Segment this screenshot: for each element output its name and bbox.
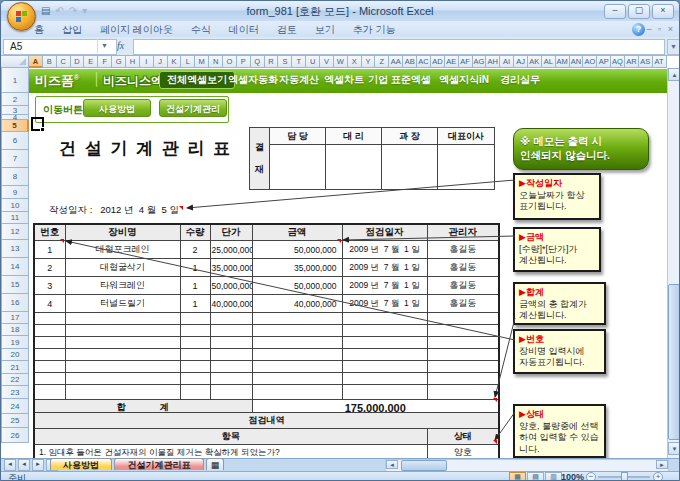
column-header[interactable]: C xyxy=(57,55,71,68)
row-header[interactable]: 11 xyxy=(1,212,29,224)
help-icon[interactable]: ? xyxy=(632,23,645,36)
table-cell[interactable]: 3 xyxy=(34,277,65,295)
table-cell[interactable]: 1 xyxy=(180,295,210,313)
row-header[interactable]: 7 xyxy=(1,150,29,168)
ribbon-tab[interactable]: 검토 xyxy=(268,21,306,37)
approval-sign-cell[interactable] xyxy=(438,145,495,190)
table-cell[interactable] xyxy=(210,349,252,361)
prev-sheet-icon[interactable]: ◄ xyxy=(18,459,30,471)
table-cell[interactable]: 25,000,000 xyxy=(210,241,252,259)
column-header[interactable]: AH xyxy=(486,55,500,68)
column-header[interactable]: AG xyxy=(473,55,487,68)
table-cell[interactable] xyxy=(180,325,210,337)
table-cell[interactable]: 타워크레인 xyxy=(65,277,180,295)
column-header[interactable]: T xyxy=(292,55,306,68)
table-cell[interactable] xyxy=(65,325,180,337)
vertical-scrollbar[interactable]: ▲ ▼ xyxy=(667,68,680,458)
column-header[interactable]: AT xyxy=(653,55,667,68)
column-header[interactable]: AC xyxy=(417,55,431,68)
first-sheet-icon[interactable]: ◄ xyxy=(4,459,16,471)
column-header[interactable]: I xyxy=(140,55,154,68)
table-cell[interactable] xyxy=(342,385,427,400)
column-header[interactable]: AF xyxy=(459,55,473,68)
column-header[interactable]: J xyxy=(154,55,168,68)
column-header[interactable]: L xyxy=(181,55,195,68)
formula-bar-expand-icon[interactable]: ▼ xyxy=(667,39,680,55)
table-cell[interactable] xyxy=(427,313,499,325)
zoom-out-icon[interactable]: − xyxy=(586,472,596,481)
table-cell[interactable] xyxy=(65,385,180,400)
table-cell[interactable]: 홍길동 xyxy=(427,241,499,259)
scroll-down-icon[interactable]: ▼ xyxy=(668,442,680,455)
column-header[interactable]: Z xyxy=(375,55,389,68)
table-cell[interactable]: 홍길동 xyxy=(427,259,499,277)
memo-banner[interactable]: ※ 메모는 출력 시 인쇄되지 않습니다. xyxy=(513,128,649,170)
column-header[interactable]: R xyxy=(265,55,279,68)
table-cell[interactable] xyxy=(34,373,65,385)
office-button[interactable] xyxy=(7,2,36,31)
table-cell[interactable] xyxy=(342,325,427,337)
table-cell[interactable] xyxy=(180,349,210,361)
column-header[interactable]: W xyxy=(334,55,348,68)
column-header[interactable]: AA xyxy=(389,55,403,68)
name-box-dropdown-icon[interactable]: ▼ xyxy=(97,39,111,53)
table-cell[interactable] xyxy=(34,337,65,349)
insert-function-icon[interactable]: fx xyxy=(117,40,124,51)
column-header[interactable]: A xyxy=(29,55,43,68)
table-cell[interactable]: 35,000,000 xyxy=(252,259,342,277)
table-cell[interactable] xyxy=(210,325,252,337)
vertical-scroll-thumb[interactable] xyxy=(668,284,680,440)
table-cell[interactable]: 4 xyxy=(34,295,65,313)
table-cell[interactable]: 2009 년 7 월 1 일 xyxy=(342,295,427,313)
active-cell-A5[interactable] xyxy=(31,117,44,131)
approval-sign-cell[interactable] xyxy=(270,145,326,190)
approval-sign-cell[interactable] xyxy=(326,145,382,190)
column-header[interactable]: O xyxy=(223,55,237,68)
table-cell[interactable] xyxy=(65,349,180,361)
inspection-item-text[interactable]: 1. 임대후 들어온 건설자재의 이물질 제거는 확실하게 되었는가? xyxy=(34,445,427,459)
page-layout-view-icon[interactable]: ▤ xyxy=(527,472,544,481)
column-header[interactable]: N xyxy=(209,55,223,68)
table-cell[interactable] xyxy=(34,349,65,361)
table-cell[interactable] xyxy=(65,361,180,373)
table-cell[interactable]: 터널드릴기 xyxy=(65,295,180,313)
row-header[interactable]: 6 xyxy=(1,132,29,150)
table-cell[interactable]: 35,000,000 xyxy=(210,259,252,277)
column-header[interactable]: AS xyxy=(639,55,653,68)
column-header[interactable]: M xyxy=(195,55,209,68)
table-cell[interactable] xyxy=(34,385,65,400)
table-cell[interactable]: 50,000,000 xyxy=(210,277,252,295)
table-cell[interactable]: 대형굴삭기 xyxy=(65,259,180,277)
column-header[interactable]: AE xyxy=(445,55,459,68)
toolbar-menu-item[interactable]: 엑셀자동화 xyxy=(228,73,278,87)
memo-callout[interactable]: ▶번호장비명 입력시에 자동표기됩니다. xyxy=(513,329,606,374)
row-header[interactable]: 20 xyxy=(1,349,29,361)
row-header[interactable]: 16 xyxy=(1,294,29,312)
row-header[interactable]: 26 xyxy=(1,428,29,443)
column-header[interactable]: X xyxy=(348,55,362,68)
row-header[interactable]: 23 xyxy=(1,386,29,399)
column-header[interactable]: F xyxy=(98,55,112,68)
table-cell[interactable] xyxy=(252,385,342,400)
table-cell[interactable] xyxy=(252,361,342,373)
row-header[interactable]: 21 xyxy=(1,361,29,374)
column-header[interactable]: D xyxy=(71,55,85,68)
row-header[interactable]: 19 xyxy=(1,336,29,349)
table-cell[interactable]: 50,000,000 xyxy=(252,241,342,259)
toolbar-menu-item[interactable]: 전체엑셀보기 xyxy=(159,71,235,89)
table-cell[interactable]: 40,000,000 xyxy=(252,295,342,313)
table-cell[interactable] xyxy=(180,373,210,385)
column-header[interactable]: H xyxy=(126,55,140,68)
next-sheet-icon[interactable]: ► xyxy=(32,459,44,471)
column-header[interactable]: AB xyxy=(403,55,417,68)
table-cell[interactable]: 1 xyxy=(180,277,210,295)
memo-callout[interactable]: ▶상태양호, 불량중에 선택 하여 입력할 수 있습 니다. xyxy=(513,404,606,458)
column-header[interactable]: K xyxy=(168,55,182,68)
column-header[interactable]: AL xyxy=(542,55,556,68)
table-cell[interactable] xyxy=(252,337,342,349)
column-header[interactable]: G xyxy=(112,55,126,68)
table-cell[interactable] xyxy=(210,337,252,349)
table-cell[interactable] xyxy=(342,313,427,325)
memo-callout[interactable]: ▶합계금액의 총 합계가 계산됩니다. xyxy=(513,282,606,325)
toolbar-menu-item[interactable]: 기업 표준엑셀 xyxy=(368,73,431,87)
